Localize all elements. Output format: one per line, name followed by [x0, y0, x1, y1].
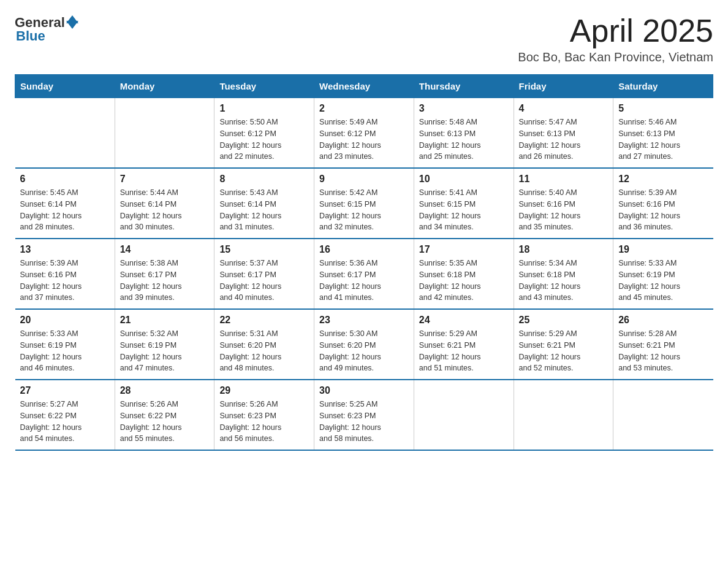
- day-info: Sunrise: 5:25 AM Sunset: 6:23 PM Dayligh…: [319, 399, 409, 445]
- day-number: 1: [219, 103, 309, 114]
- day-number: 9: [319, 174, 409, 185]
- weekday-header-saturday: Saturday: [613, 75, 713, 98]
- calendar-cell: 23Sunrise: 5:30 AM Sunset: 6:20 PM Dayli…: [314, 309, 414, 380]
- calendar-cell: 28Sunrise: 5:26 AM Sunset: 6:22 PM Dayli…: [115, 380, 214, 450]
- calendar-table: SundayMondayTuesdayWednesdayThursdayFrid…: [15, 74, 713, 451]
- calendar-cell: 22Sunrise: 5:31 AM Sunset: 6:20 PM Dayli…: [214, 309, 314, 380]
- day-number: 20: [20, 315, 110, 326]
- calendar-cell: 6Sunrise: 5:45 AM Sunset: 6:14 PM Daylig…: [15, 168, 115, 239]
- day-number: 29: [219, 385, 309, 396]
- calendar-cell: 25Sunrise: 5:29 AM Sunset: 6:21 PM Dayli…: [514, 309, 613, 380]
- calendar-cell: [15, 98, 115, 169]
- day-number: 25: [519, 315, 609, 326]
- day-info: Sunrise: 5:38 AM Sunset: 6:17 PM Dayligh…: [120, 258, 210, 304]
- location-subtitle: Boc Bo, Bac Kan Province, Vietnam: [518, 50, 713, 64]
- day-info: Sunrise: 5:39 AM Sunset: 6:16 PM Dayligh…: [20, 258, 110, 304]
- calendar-cell: 24Sunrise: 5:29 AM Sunset: 6:21 PM Dayli…: [414, 309, 514, 380]
- weekday-header-friday: Friday: [514, 75, 613, 98]
- day-number: 16: [319, 244, 409, 255]
- calendar-cell: 7Sunrise: 5:44 AM Sunset: 6:14 PM Daylig…: [115, 168, 214, 239]
- calendar-cell: 4Sunrise: 5:47 AM Sunset: 6:13 PM Daylig…: [514, 98, 613, 169]
- day-info: Sunrise: 5:30 AM Sunset: 6:20 PM Dayligh…: [319, 328, 409, 374]
- calendar-cell: 29Sunrise: 5:26 AM Sunset: 6:23 PM Dayli…: [214, 380, 314, 450]
- week-row-2: 6Sunrise: 5:45 AM Sunset: 6:14 PM Daylig…: [15, 168, 713, 239]
- calendar-cell: 16Sunrise: 5:36 AM Sunset: 6:17 PM Dayli…: [314, 239, 414, 309]
- week-row-1: 1Sunrise: 5:50 AM Sunset: 6:12 PM Daylig…: [15, 98, 713, 169]
- calendar-cell: 17Sunrise: 5:35 AM Sunset: 6:18 PM Dayli…: [414, 239, 514, 309]
- day-number: 11: [519, 174, 609, 185]
- day-info: Sunrise: 5:39 AM Sunset: 6:16 PM Dayligh…: [618, 187, 708, 233]
- day-number: 14: [120, 244, 210, 255]
- day-number: 26: [618, 315, 708, 326]
- calendar-cell: 26Sunrise: 5:28 AM Sunset: 6:21 PM Dayli…: [613, 309, 713, 380]
- day-number: 12: [618, 174, 708, 185]
- day-info: Sunrise: 5:40 AM Sunset: 6:16 PM Dayligh…: [519, 187, 609, 233]
- day-number: 15: [219, 244, 309, 255]
- day-info: Sunrise: 5:27 AM Sunset: 6:22 PM Dayligh…: [20, 399, 110, 445]
- day-number: 24: [419, 315, 509, 326]
- day-info: Sunrise: 5:45 AM Sunset: 6:14 PM Dayligh…: [20, 187, 110, 233]
- calendar-cell: 13Sunrise: 5:39 AM Sunset: 6:16 PM Dayli…: [15, 239, 115, 309]
- calendar-cell: 20Sunrise: 5:33 AM Sunset: 6:19 PM Dayli…: [15, 309, 115, 380]
- day-info: Sunrise: 5:31 AM Sunset: 6:20 PM Dayligh…: [219, 328, 309, 374]
- day-info: Sunrise: 5:43 AM Sunset: 6:14 PM Dayligh…: [219, 187, 309, 233]
- calendar-cell: 18Sunrise: 5:34 AM Sunset: 6:18 PM Dayli…: [514, 239, 613, 309]
- weekday-header-sunday: Sunday: [15, 75, 115, 98]
- calendar-cell: 8Sunrise: 5:43 AM Sunset: 6:14 PM Daylig…: [214, 168, 314, 239]
- calendar-cell: [613, 380, 713, 450]
- day-number: 17: [419, 244, 509, 255]
- weekday-header-monday: Monday: [115, 75, 214, 98]
- day-info: Sunrise: 5:50 AM Sunset: 6:12 PM Dayligh…: [219, 117, 309, 163]
- day-number: 4: [519, 103, 609, 114]
- day-info: Sunrise: 5:28 AM Sunset: 6:21 PM Dayligh…: [618, 328, 708, 374]
- day-info: Sunrise: 5:35 AM Sunset: 6:18 PM Dayligh…: [419, 258, 509, 304]
- calendar-cell: 10Sunrise: 5:41 AM Sunset: 6:15 PM Dayli…: [414, 168, 514, 239]
- day-number: 18: [519, 244, 609, 255]
- day-number: 22: [219, 315, 309, 326]
- logo: General Blue: [15, 15, 78, 44]
- day-number: 3: [419, 103, 509, 114]
- logo-blue-text: Blue: [16, 28, 45, 44]
- day-number: 13: [20, 244, 110, 255]
- day-number: 7: [120, 174, 210, 185]
- day-number: 27: [20, 385, 110, 396]
- day-info: Sunrise: 5:44 AM Sunset: 6:14 PM Dayligh…: [120, 187, 210, 233]
- calendar-cell: 11Sunrise: 5:40 AM Sunset: 6:16 PM Dayli…: [514, 168, 613, 239]
- calendar-cell: [414, 380, 514, 450]
- day-info: Sunrise: 5:26 AM Sunset: 6:23 PM Dayligh…: [219, 399, 309, 445]
- weekday-header-wednesday: Wednesday: [314, 75, 414, 98]
- day-info: Sunrise: 5:46 AM Sunset: 6:13 PM Dayligh…: [618, 117, 708, 163]
- day-number: 2: [319, 103, 409, 114]
- day-number: 8: [219, 174, 309, 185]
- calendar-cell: 15Sunrise: 5:37 AM Sunset: 6:17 PM Dayli…: [214, 239, 314, 309]
- day-info: Sunrise: 5:33 AM Sunset: 6:19 PM Dayligh…: [20, 328, 110, 374]
- day-number: 6: [20, 174, 110, 185]
- weekday-header-tuesday: Tuesday: [214, 75, 314, 98]
- week-row-3: 13Sunrise: 5:39 AM Sunset: 6:16 PM Dayli…: [15, 239, 713, 309]
- calendar-cell: 9Sunrise: 5:42 AM Sunset: 6:15 PM Daylig…: [314, 168, 414, 239]
- day-info: Sunrise: 5:29 AM Sunset: 6:21 PM Dayligh…: [419, 328, 509, 374]
- week-row-5: 27Sunrise: 5:27 AM Sunset: 6:22 PM Dayli…: [15, 380, 713, 450]
- calendar-cell: 30Sunrise: 5:25 AM Sunset: 6:23 PM Dayli…: [314, 380, 414, 450]
- calendar-cell: 1Sunrise: 5:50 AM Sunset: 6:12 PM Daylig…: [214, 98, 314, 169]
- day-info: Sunrise: 5:26 AM Sunset: 6:22 PM Dayligh…: [120, 399, 210, 445]
- day-info: Sunrise: 5:37 AM Sunset: 6:17 PM Dayligh…: [219, 258, 309, 304]
- day-number: 10: [419, 174, 509, 185]
- day-info: Sunrise: 5:49 AM Sunset: 6:12 PM Dayligh…: [319, 117, 409, 163]
- day-number: 30: [319, 385, 409, 396]
- day-info: Sunrise: 5:29 AM Sunset: 6:21 PM Dayligh…: [519, 328, 609, 374]
- day-info: Sunrise: 5:48 AM Sunset: 6:13 PM Dayligh…: [419, 117, 509, 163]
- day-info: Sunrise: 5:33 AM Sunset: 6:19 PM Dayligh…: [618, 258, 708, 304]
- calendar-cell: [514, 380, 613, 450]
- day-number: 23: [319, 315, 409, 326]
- month-year-title: April 2025: [518, 15, 713, 47]
- day-info: Sunrise: 5:42 AM Sunset: 6:15 PM Dayligh…: [319, 187, 409, 233]
- week-row-4: 20Sunrise: 5:33 AM Sunset: 6:19 PM Dayli…: [15, 309, 713, 380]
- calendar-cell: 2Sunrise: 5:49 AM Sunset: 6:12 PM Daylig…: [314, 98, 414, 169]
- title-block: April 2025 Boc Bo, Bac Kan Province, Vie…: [518, 15, 713, 64]
- weekday-header-thursday: Thursday: [414, 75, 514, 98]
- calendar-cell: 19Sunrise: 5:33 AM Sunset: 6:19 PM Dayli…: [613, 239, 713, 309]
- day-info: Sunrise: 5:32 AM Sunset: 6:19 PM Dayligh…: [120, 328, 210, 374]
- day-info: Sunrise: 5:34 AM Sunset: 6:18 PM Dayligh…: [519, 258, 609, 304]
- calendar-cell: 3Sunrise: 5:48 AM Sunset: 6:13 PM Daylig…: [414, 98, 514, 169]
